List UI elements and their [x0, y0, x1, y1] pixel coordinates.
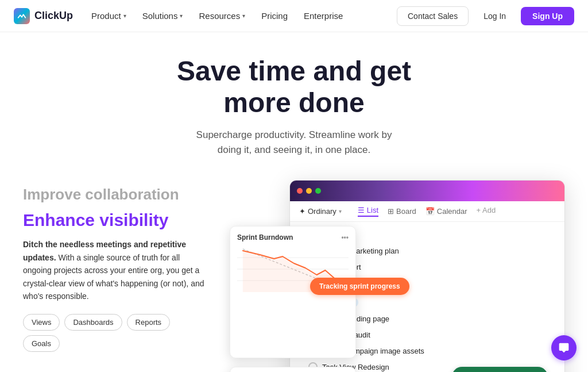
app-toolbar: ✦ Ordinary ▾ ☰List ⊞Board 📅Calendar + Ad… [290, 201, 564, 222]
nav-item-pricing[interactable]: Pricing [254, 6, 295, 25]
tasks-by-status-widget: Tasks by status ••• 38.2% [230, 367, 356, 372]
navbar: ClickUp Product ▾ Solutions ▾ Resources … [0, 0, 588, 32]
tab-board[interactable]: ⊞Board [388, 206, 416, 217]
chevron-down-icon: ▾ [123, 13, 126, 19]
tab-add[interactable]: + Add [477, 206, 496, 217]
main-content: Improve collaboration Enhance visibility… [0, 168, 588, 372]
nav-item-solutions[interactable]: Solutions ▾ [136, 6, 190, 25]
logo-icon [14, 8, 30, 24]
dot-yellow [306, 188, 312, 194]
tab-list: ☰List ⊞Board 📅Calendar + Add [358, 206, 496, 217]
nav-item-product[interactable]: Product ▾ [84, 6, 133, 25]
nav-item-resources[interactable]: Resources ▾ [192, 6, 252, 25]
more-options-icon[interactable]: ••• [341, 233, 349, 241]
changing-task-status-badge: Changing task status [452, 367, 548, 372]
hero-title: Save time and get more done [145, 55, 443, 118]
dot-green [315, 188, 321, 194]
tag-reports[interactable]: Reports [127, 314, 171, 331]
tab-calendar[interactable]: 📅Calendar [425, 206, 467, 217]
section-improve-label: Improve collaboration [23, 186, 207, 204]
tag-dashboards[interactable]: Dashboards [64, 314, 122, 331]
contact-sales-button[interactable]: Contact Sales [397, 6, 469, 26]
feature-tags: Views Dashboards Reports Goals [23, 314, 207, 352]
left-panel: Improve collaboration Enhance visibility… [23, 180, 207, 372]
tab-list[interactable]: ☰List [358, 206, 378, 217]
tag-goals[interactable]: Goals [23, 335, 60, 352]
chevron-down-icon: ▾ [242, 13, 245, 19]
section-desc: Ditch the needless meetings and repetiti… [23, 238, 207, 302]
workspace-name: ✦ Ordinary ▾ [299, 207, 342, 216]
hero-section: Save time and get more done Supercharge … [0, 32, 588, 168]
widget-title: Sprint Burndown ••• [237, 233, 349, 241]
tag-views[interactable]: Views [23, 314, 60, 331]
tracking-badge: Tracking sprint progress [310, 278, 409, 295]
dot-red [297, 188, 303, 194]
logo[interactable]: ClickUp [14, 8, 73, 24]
section-enhance-label: Enhance visibility [23, 210, 207, 230]
titlebar [290, 181, 564, 201]
signup-button[interactable]: Sign Up [521, 7, 574, 25]
right-panel: ✦ Ordinary ▾ ☰List ⊞Board 📅Calendar + Ad… [218, 180, 565, 372]
navbar-right: Contact Sales Log In Sign Up [397, 6, 574, 26]
hero-subtitle: Supercharge productivity. Streamline wor… [191, 128, 397, 157]
chevron-down-icon: ▾ [180, 13, 183, 19]
nav-item-enterprise[interactable]: Enterprise [297, 6, 350, 25]
login-button[interactable]: Log In [474, 7, 515, 25]
chat-bubble-button[interactable] [551, 335, 577, 361]
navbar-left: ClickUp Product ▾ Solutions ▾ Resources … [14, 6, 350, 25]
logo-text: ClickUp [34, 10, 73, 22]
